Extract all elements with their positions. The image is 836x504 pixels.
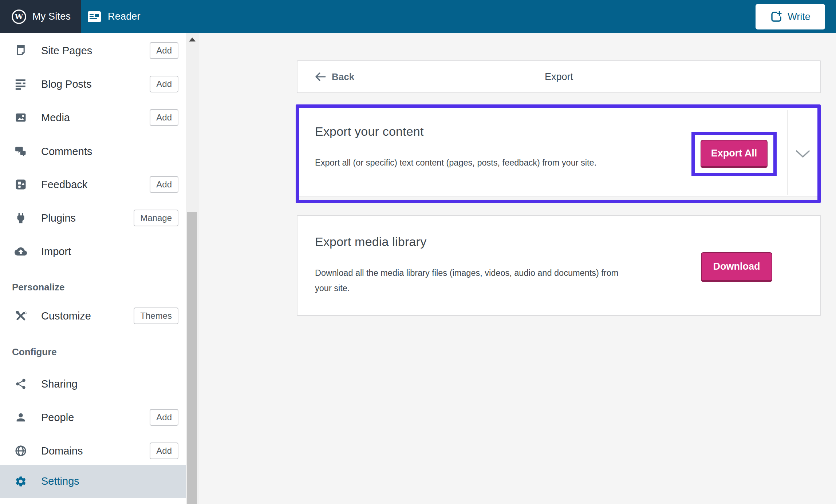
feedback-icon [15, 178, 27, 191]
export-content-card: Export your content Export all (or speci… [297, 106, 821, 197]
add-button[interactable]: Add [150, 42, 178, 59]
sidebar-item-label: Blog Posts [41, 78, 92, 90]
import-icon [15, 245, 27, 258]
sidebar-item-settings[interactable]: Settings [0, 465, 186, 498]
export-media-title: Export media library [315, 235, 426, 249]
sidebar-scrollbar[interactable] [186, 33, 199, 504]
sidebar-section-personalize: Personalize [12, 282, 65, 293]
manage-button[interactable]: Manage [134, 210, 178, 226]
plugin-icon [15, 212, 27, 224]
write-icon [770, 11, 782, 23]
add-button[interactable]: Add [150, 409, 178, 426]
sidebar-item-label: Plugins [41, 212, 76, 224]
wordpress-logo-icon: W [11, 9, 27, 24]
sidebar-item-people[interactable]: People Add [0, 401, 186, 434]
sidebar-item-customize[interactable]: Customize Themes [0, 299, 186, 333]
sidebar-item-import[interactable]: Import [0, 235, 186, 268]
sidebar-item-label: People [41, 412, 74, 424]
sidebar-item-label: Settings [41, 475, 79, 487]
download-button[interactable]: Download [701, 252, 772, 282]
sidebar-item-feedback[interactable]: Feedback Add [0, 168, 186, 201]
chevron-down-icon[interactable] [796, 150, 810, 159]
sidebar-section-configure: Configure [12, 346, 57, 358]
main-content: Back Export Export your content Export a… [199, 33, 836, 504]
comments-icon [15, 145, 27, 158]
wordpress-admin-screen: W My Sites Reader Write [0, 0, 836, 504]
sidebar: Site Pages Add Blog Posts Add Media Add [0, 33, 186, 504]
reader-icon [87, 11, 101, 23]
sharing-icon [15, 378, 27, 390]
sidebar-item-site-pages[interactable]: Site Pages Add [0, 34, 186, 67]
reader-menu[interactable]: Reader [87, 0, 141, 33]
sidebar-item-domains[interactable]: Domains Add [0, 434, 186, 468]
sidebar-item-label: Domains [41, 445, 83, 457]
export-header-card: Back Export [297, 60, 821, 93]
svg-text:W: W [15, 12, 23, 21]
export-all-button[interactable]: Export All [701, 140, 768, 168]
sidebar-item-sharing[interactable]: Sharing [0, 367, 186, 401]
scroll-up-arrow-icon[interactable] [189, 37, 196, 41]
export-media-description: Download all the media library files (im… [315, 265, 628, 296]
export-content-title: Export your content [315, 124, 424, 139]
add-button[interactable]: Add [150, 443, 178, 459]
scrollbar-thumb[interactable] [187, 212, 197, 504]
sidebar-item-label: Sharing [41, 378, 78, 390]
media-icon [15, 111, 27, 124]
export-all-highlight-box: Export All [691, 132, 777, 176]
masterbar: W My Sites Reader Write [0, 0, 836, 33]
sidebar-item-comments[interactable]: Comments [0, 135, 186, 168]
posts-icon [15, 78, 27, 90]
add-button[interactable]: Add [150, 109, 178, 126]
my-sites-menu[interactable]: W My Sites [0, 0, 81, 33]
themes-button[interactable]: Themes [134, 307, 178, 324]
sidebar-item-label: Media [41, 112, 70, 124]
page-title: Export [297, 61, 820, 92]
sidebar-item-label: Comments [41, 146, 92, 158]
customize-icon [15, 310, 27, 322]
write-button[interactable]: Write [756, 4, 825, 29]
my-sites-label: My Sites [32, 11, 71, 22]
sidebar-item-media[interactable]: Media Add [0, 101, 186, 134]
sidebar-item-plugins[interactable]: Plugins Manage [0, 201, 186, 235]
sidebar-item-label: Site Pages [41, 45, 92, 57]
gear-icon [15, 475, 27, 488]
write-label: Write [788, 11, 811, 23]
sidebar-item-blog-posts[interactable]: Blog Posts Add [0, 67, 186, 101]
sidebar-item-label: Feedback [41, 179, 87, 191]
card-divider [787, 110, 788, 195]
export-media-card: Export media library Download all the me… [297, 215, 821, 316]
sidebar-item-label: Import [41, 246, 71, 258]
add-button[interactable]: Add [150, 76, 178, 92]
reader-label: Reader [108, 11, 141, 22]
export-content-description: Export all (or specific) text content (p… [315, 155, 639, 170]
add-button[interactable]: Add [150, 176, 178, 193]
people-icon [15, 411, 27, 424]
domains-icon [15, 445, 27, 457]
page-icon [15, 44, 27, 57]
sidebar-item-label: Customize [41, 310, 91, 322]
